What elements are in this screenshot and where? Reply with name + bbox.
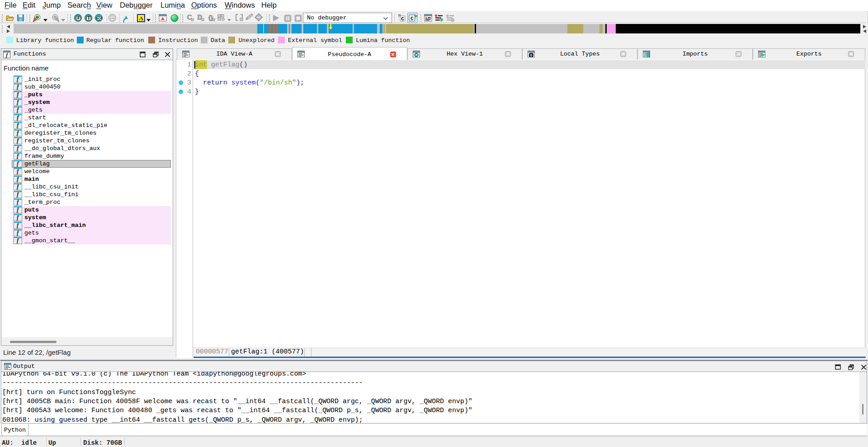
- svg-text:#: #: [77, 15, 80, 20]
- svg-text:T: T: [87, 15, 91, 20]
- svg-text:C: C: [401, 16, 404, 22]
- svg-text:NOP: NOP: [96, 17, 103, 20]
- svg-text:A: A: [139, 15, 143, 22]
- svg-text:C: C: [410, 16, 414, 21]
